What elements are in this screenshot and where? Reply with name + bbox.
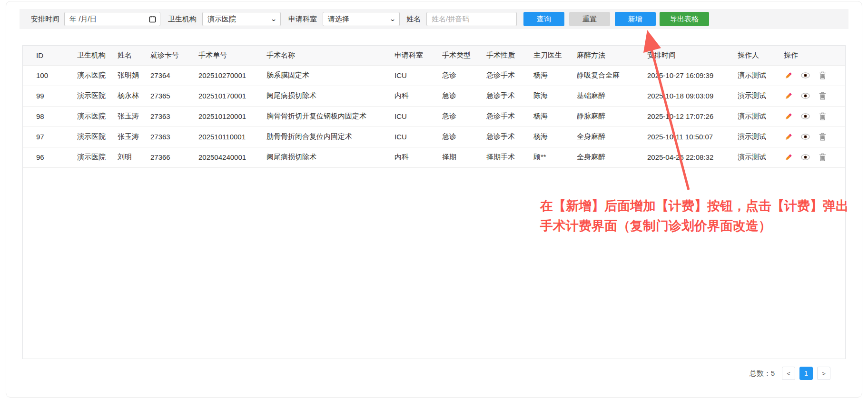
cell-anesthesia: 静脉麻醉 <box>577 106 647 127</box>
table-row: 96 演示医院 刘明 27366 202504240001 阑尾病损切除术 内科… <box>23 147 845 167</box>
cell-anesthesia: 全身麻醉 <box>577 127 647 147</box>
cell-org: 演示医院 <box>77 65 118 86</box>
cell-actions <box>784 65 845 86</box>
cell-type: 急诊 <box>442 86 486 106</box>
calendar-icon[interactable] <box>148 15 156 23</box>
reset-button[interactable]: 重置 <box>569 12 610 26</box>
cell-surgeon: 杨海 <box>533 127 577 147</box>
dept-select-value: 请选择 <box>328 15 349 24</box>
cell-org: 演示医院 <box>77 106 118 127</box>
cell-type: 急诊 <box>442 65 486 86</box>
cell-operator: 演示测试 <box>738 127 784 147</box>
cell-card: 27363 <box>150 127 198 147</box>
cell-surgeon: 杨海 <box>533 106 577 127</box>
delete-icon[interactable] <box>818 132 827 141</box>
view-icon[interactable] <box>801 112 810 121</box>
dept-label: 申请科室 <box>288 15 317 24</box>
cell-type: 择期 <box>442 147 486 167</box>
table-row: 98 演示医院 张玉涛 27363 202510120001 胸骨骨折切开复位钢… <box>23 106 845 127</box>
cell-actions <box>784 147 845 167</box>
name-input-placeholder: 姓名/拼音码 <box>432 15 469 24</box>
cell-id: 96 <box>23 147 77 167</box>
cell-surgery: 肠系膜固定术 <box>266 65 395 86</box>
pagination-total: 总数：5 <box>750 369 775 378</box>
query-button[interactable]: 查询 <box>523 12 564 26</box>
cell-name: 张玉涛 <box>118 127 150 147</box>
cell-dept: ICU <box>395 127 442 147</box>
cell-id: 100 <box>23 65 77 86</box>
cell-order: 202510110001 <box>198 127 266 147</box>
table-header: ID 卫生机构 姓名 就诊卡号 手术单号 手术名称 申请科室 手术类型 手术性质… <box>23 46 845 65</box>
cell-card: 27364 <box>150 65 198 86</box>
cell-operator: 演示测试 <box>738 65 784 86</box>
table-body: 100 演示医院 张明娟 27364 202510270001 肠系膜固定术 I… <box>23 65 845 167</box>
next-page-button[interactable]: > <box>817 367 830 380</box>
chevron-down-icon: ⌄ <box>270 16 277 22</box>
schedule-time-label: 安排时间 <box>31 15 59 24</box>
chevron-down-icon: ⌄ <box>389 16 396 22</box>
page-1-button[interactable]: 1 <box>799 367 813 380</box>
pagination-total-value: 5 <box>771 369 775 377</box>
org-select[interactable]: 演示医院 ⌄ <box>202 12 281 26</box>
delete-icon[interactable] <box>818 91 827 100</box>
cell-org: 演示医院 <box>77 86 118 106</box>
date-value: 年 /月/日 <box>69 15 97 24</box>
surgery-table: ID 卫生机构 姓名 就诊卡号 手术单号 手术名称 申请科室 手术类型 手术性质… <box>23 46 845 168</box>
delete-icon[interactable] <box>818 112 827 121</box>
cell-surgery: 胸骨骨折切开复位钢板内固定术 <box>266 106 395 127</box>
cell-anesthesia: 全身麻醉 <box>577 147 647 167</box>
cell-surgery: 阑尾病损切除术 <box>266 147 395 167</box>
cell-surgeon: 陈海 <box>533 86 577 106</box>
delete-icon[interactable] <box>818 71 827 80</box>
col-order: 手术单号 <box>198 46 266 65</box>
filter-bar: 安排时间 年 /月/日 卫生机构 演示医院 ⌄ 申请科室 请选择 ⌄ 姓名 姓名… <box>20 9 848 29</box>
annotation-text: 在【新增】后面增加【计费】按钮，点击【计费】弹出手术计费界面（复制门诊划价界面改… <box>540 196 848 236</box>
edit-icon[interactable] <box>784 71 793 80</box>
cell-anesthesia: 静吸复合全麻 <box>577 65 647 86</box>
schedule-time-date-input[interactable]: 年 /月/日 <box>64 12 160 26</box>
col-dept: 申请科室 <box>395 46 442 65</box>
edit-icon[interactable] <box>784 132 793 141</box>
cell-operator: 演示测试 <box>738 106 784 127</box>
col-surgery: 手术名称 <box>266 46 395 65</box>
dept-select[interactable]: 请选择 ⌄ <box>323 12 400 26</box>
view-icon[interactable] <box>801 71 810 80</box>
page-container: 安排时间 年 /月/日 卫生机构 演示医院 ⌄ 申请科室 请选择 ⌄ 姓名 姓名… <box>6 1 862 398</box>
cell-order: 202504240001 <box>198 147 266 167</box>
edit-icon[interactable] <box>784 153 793 162</box>
edit-icon[interactable] <box>784 112 793 121</box>
cell-nature: 择期手术 <box>486 147 533 167</box>
add-button[interactable]: 新增 <box>615 12 656 26</box>
cell-dept: ICU <box>395 65 442 86</box>
cell-time: 2025-10-11 10:50:07 <box>647 127 738 147</box>
view-icon[interactable] <box>801 91 810 100</box>
pagination: 总数：5 < 1 > <box>750 367 830 380</box>
view-icon[interactable] <box>801 153 810 162</box>
cell-dept: 内科 <box>395 147 442 167</box>
cell-actions <box>784 86 845 106</box>
cell-card: 27365 <box>150 86 198 106</box>
col-name: 姓名 <box>118 46 150 65</box>
edit-icon[interactable] <box>784 91 793 100</box>
cell-actions <box>784 127 845 147</box>
delete-icon[interactable] <box>818 153 827 162</box>
cell-surgeon: 顾** <box>533 147 577 167</box>
cell-actions <box>784 106 845 127</box>
col-operator: 操作人 <box>738 46 784 65</box>
cell-name: 杨永林 <box>118 86 150 106</box>
cell-dept: 内科 <box>395 86 442 106</box>
cell-time: 2025-10-18 09:03:09 <box>647 86 738 106</box>
prev-page-button[interactable]: < <box>782 367 795 380</box>
cell-name: 张明娟 <box>118 65 150 86</box>
pagination-total-label: 总数： <box>750 369 771 377</box>
cell-order: 202510120001 <box>198 106 266 127</box>
cell-time: 2025-04-25 22:08:32 <box>647 147 738 167</box>
cell-time: 2025-10-27 16:09:39 <box>647 65 738 86</box>
cell-surgery: 肋骨骨折闭合复位内固定术 <box>266 127 395 147</box>
col-nature: 手术性质 <box>486 46 533 65</box>
col-actions: 操作 <box>784 46 845 65</box>
export-button[interactable]: 导出表格 <box>660 12 709 26</box>
table-row: 100 演示医院 张明娟 27364 202510270001 肠系膜固定术 I… <box>23 65 845 86</box>
view-icon[interactable] <box>801 132 810 141</box>
name-input[interactable]: 姓名/拼音码 <box>426 12 517 26</box>
